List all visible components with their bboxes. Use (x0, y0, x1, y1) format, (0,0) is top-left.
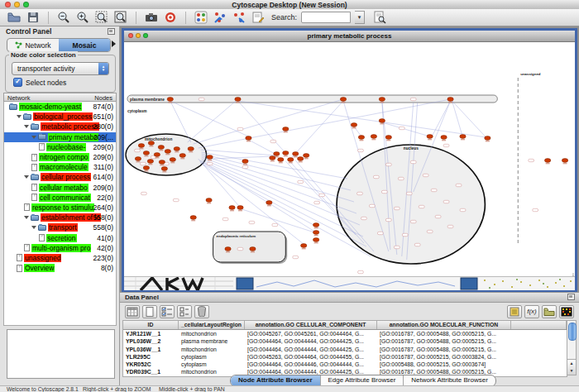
network-node[interactable] (447, 98, 453, 102)
snapshot-icon[interactable] (144, 11, 159, 25)
column-header[interactable]: ID (123, 321, 179, 329)
network-node[interactable] (242, 160, 248, 164)
table-cell[interactable]: [GO:0044464, GO:0044444, GO:0044425, G..… (245, 337, 377, 345)
tree-item-secretion[interactable]: secretion41(0) (4, 232, 116, 242)
table-row[interactable]: YJR121W__1mitochondrion[GO:0045267, GO:0… (123, 330, 567, 337)
network-node[interactable] (562, 159, 567, 163)
network-node[interactable] (159, 160, 165, 165)
unselect-attributes-icon[interactable] (177, 305, 192, 318)
tree-item-cell-communicat[interactable]: cell communicat22(0) (4, 193, 116, 203)
tree-header[interactable]: Network Nodes (3, 93, 117, 102)
table-scrollbar[interactable]: ▲▼ (567, 320, 577, 375)
table-cell[interactable]: YPL036W__2 (123, 337, 179, 345)
table-cell[interactable]: [GO:0045263, GO:0044464, GO:0044455, G..… (245, 353, 377, 361)
network-node[interactable] (148, 141, 154, 146)
network-node[interactable] (298, 157, 304, 161)
network-node[interactable] (379, 119, 385, 123)
table-cell[interactable]: mitochondrion (179, 330, 245, 337)
disclosure-triangle-icon[interactable] (24, 175, 29, 179)
network-node[interactable] (135, 157, 141, 161)
network-node[interactable] (237, 206, 243, 210)
network-node[interactable] (158, 146, 164, 150)
network-node[interactable] (427, 135, 433, 139)
table-cell[interactable]: [GO:0045267, GO:0045261, GO:0044464, G..… (245, 330, 377, 337)
tree-item-metabolic-process[interactable]: metabolic process280(0) (4, 122, 116, 131)
network-node[interactable] (283, 127, 289, 131)
delete-attribute-icon[interactable] (194, 305, 209, 318)
network-node[interactable] (167, 98, 173, 102)
matrix-viewer-icon[interactable] (559, 305, 574, 318)
birdseye-view[interactable] (7, 329, 115, 379)
table-row[interactable]: YKR052Ccytoplasm[GO:0044464, GO:0044446,… (123, 361, 567, 368)
network-node[interactable] (190, 216, 196, 220)
network-node[interactable] (143, 151, 149, 155)
network-node[interactable] (266, 201, 272, 205)
network-node[interactable] (460, 135, 466, 139)
table-cell[interactable]: [GO:0044464, GO:0044446, GO:0044444, G..… (245, 361, 377, 368)
import-attributes-icon[interactable] (542, 305, 557, 318)
tree-item-cellular-process[interactable]: cellular process614(0) (4, 172, 116, 182)
tree-item-transport[interactable]: transport558(0) (4, 222, 116, 232)
network-node[interactable] (485, 136, 490, 141)
network-node[interactable] (143, 166, 149, 170)
tree-item-mosaic-demo-yeast[interactable]: mosaic-demo-yeast874(0) (4, 102, 116, 112)
network-node[interactable] (235, 98, 241, 102)
table-cell[interactable]: [GO:0005488, GO:0005215, GO:0003674] (377, 361, 511, 368)
network-node[interactable] (161, 167, 167, 171)
zoom-fit-icon[interactable] (113, 11, 128, 25)
disclosure-triangle-icon[interactable] (31, 226, 36, 229)
network-node[interactable] (278, 158, 284, 162)
tree-item-macromolecule[interactable]: macromolecule311(0) (4, 162, 116, 172)
network-node[interactable] (441, 136, 447, 140)
table-cell[interactable]: [GO:0016787, GO:0005488, GO:0005215, G..… (377, 330, 511, 337)
attribute-table-icon[interactable] (125, 305, 140, 318)
node-color-dropdown[interactable]: transporter activity ▲▼ (12, 62, 109, 75)
advanced-search-icon[interactable] (372, 11, 387, 25)
select-nodes-checkbox[interactable]: ✓ (13, 78, 22, 87)
table-row[interactable]: YLR295Ccytoplasm[GO:0045263, GO:0044464,… (123, 353, 567, 361)
tree-item-overview[interactable]: Overview8(0) (4, 263, 116, 273)
network-node[interactable] (358, 136, 364, 140)
network-node[interactable] (301, 244, 307, 248)
network-node[interactable] (246, 136, 251, 141)
network-node[interactable] (288, 158, 294, 162)
network-node[interactable] (371, 135, 376, 139)
vizmapper-icon[interactable] (194, 11, 208, 25)
tab-overflow-icon[interactable] (112, 41, 116, 47)
float-panel-icon[interactable] (567, 294, 575, 300)
column-header[interactable]: _cellularLayoutRegion (179, 321, 245, 329)
tree-item-unassigned[interactable]: unassigned223(0) (4, 253, 116, 263)
table-row[interactable]: YPL036W__2plasma membrane[GO:0044464, GO… (123, 337, 567, 345)
network-node[interactable] (313, 238, 318, 242)
tab-mosaic[interactable]: Mosaic (59, 39, 110, 51)
network-node[interactable] (229, 206, 235, 210)
zoom-out-icon[interactable] (56, 11, 71, 25)
formula-builder-icon[interactable]: f(x) (524, 305, 539, 318)
network-canvas[interactable]: plasma membranecytoplasmmitochondrionnuc… (124, 42, 575, 276)
network-node[interactable] (293, 152, 299, 156)
network-node[interactable] (138, 144, 144, 148)
network-node[interactable] (206, 198, 212, 203)
network-view-window[interactable]: primary metabolic process plasma membran… (122, 28, 577, 292)
select-attributes-icon[interactable] (160, 305, 175, 318)
table-cell[interactable]: [GO:0044464, GO:0044444, GO:0044425, G..… (245, 346, 377, 353)
column-header[interactable]: annotation.GO MOLECULAR_FUNCTION (377, 321, 511, 329)
network-node[interactable] (188, 147, 194, 151)
table-cell[interactable]: YLR295C (123, 353, 179, 361)
network-node[interactable] (385, 136, 391, 140)
attribute-editor-icon[interactable] (507, 305, 522, 318)
tree-item-nucleobase-[interactable]: nucleobase-209(0) (4, 142, 116, 152)
disclosure-triangle-icon[interactable] (17, 115, 22, 118)
zoom-in-icon[interactable] (75, 11, 90, 25)
network-node[interactable] (270, 156, 275, 160)
scrollbar-thumb[interactable] (568, 323, 577, 341)
table-cell[interactable]: YDR039C__1 (123, 368, 179, 375)
network-node[interactable] (170, 158, 175, 162)
tree-item-cellular-metabo[interactable]: cellular metabo209(0) (4, 183, 116, 193)
table-cell[interactable]: YPL036W__1 (123, 346, 179, 353)
tree-item-biological-process[interactable]: biological_process651(0) (4, 112, 116, 122)
table-cell[interactable]: [GO:0016787, GO:0005488, GO:0005215, G..… (377, 337, 511, 345)
help-icon[interactable] (163, 11, 178, 25)
tree-item-multi-organism-pro[interactable]: multi-organism pro42(0) (4, 243, 116, 253)
disclosure-triangle-icon[interactable] (24, 216, 29, 219)
